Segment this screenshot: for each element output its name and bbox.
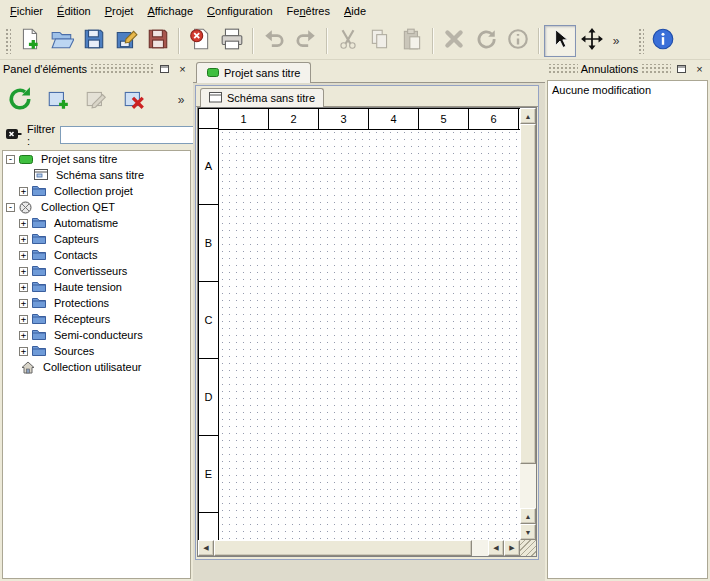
expand-expander-icon[interactable]: +	[19, 331, 28, 340]
column-header: 2	[268, 109, 318, 130]
undo-dock-title: Annulations	[581, 63, 639, 75]
tree-item-automatisme[interactable]: + Automatisme	[3, 215, 190, 231]
redo-button[interactable]	[290, 25, 322, 57]
close-file-icon	[188, 27, 212, 54]
vertical-scroll-track[interactable]	[520, 464, 536, 508]
vertical-scrollbar[interactable]: ▲ ▲ ▼	[520, 108, 536, 540]
expand-expander-icon[interactable]: +	[19, 315, 28, 324]
tree-item-protections[interactable]: + Protections	[3, 295, 190, 311]
delete-button[interactable]	[438, 25, 470, 57]
expand-expander-icon[interactable]: +	[19, 235, 28, 244]
dock-close-button[interactable]: ×	[692, 62, 707, 76]
scroll-right-button[interactable]: ▶	[504, 540, 520, 556]
close-file-button[interactable]	[184, 25, 216, 57]
tree-item-contacts[interactable]: + Contacts	[3, 247, 190, 263]
horizontal-scroll-track[interactable]	[472, 540, 488, 556]
toolbar-grip[interactable]	[638, 28, 644, 54]
rotate-button[interactable]	[470, 25, 502, 57]
expand-expander-icon[interactable]: +	[19, 219, 28, 228]
dock-float-button[interactable]	[157, 62, 172, 76]
project-window: Schéma sans titre 1 2 3 4 5 6	[195, 85, 539, 560]
tree-item-collection-utilisateur[interactable]: Collection utilisateur	[3, 359, 190, 375]
properties-button[interactable]	[502, 25, 534, 57]
menu-fichier[interactable]: Fichier	[3, 2, 50, 20]
undo-button[interactable]	[258, 25, 290, 57]
tree-item-haute-tension[interactable]: + Haute tension	[3, 279, 190, 295]
elements-panel-titlebar[interactable]: Panel d'éléments ×	[0, 60, 193, 78]
mdi-area: Schéma sans titre 1 2 3 4 5 6	[193, 83, 545, 581]
toolbar-grip[interactable]	[5, 28, 11, 54]
select-tool-button[interactable]	[544, 25, 576, 57]
undo-list[interactable]: Aucune modification	[547, 80, 708, 579]
expand-expander-icon[interactable]: +	[19, 267, 28, 276]
scroll-left-button[interactable]: ◀	[488, 540, 504, 556]
menu-label: Fe	[287, 5, 300, 17]
tree-item-collection-projet[interactable]: + Collection projet	[3, 183, 190, 199]
scroll-left-button[interactable]: ◀	[198, 540, 214, 556]
diagram-canvas[interactable]: 1 2 3 4 5 6 A B C D	[198, 108, 520, 540]
delete-element-button[interactable]	[118, 83, 150, 117]
open-file-button[interactable]	[46, 25, 78, 57]
clear-filter-icon[interactable]	[5, 127, 22, 144]
delete-element-icon	[122, 87, 146, 114]
about-button[interactable]	[647, 25, 679, 57]
tree-item-projet-sans-titre[interactable]: - Projet sans titre	[3, 151, 190, 167]
menu-label: dition	[64, 5, 90, 17]
folder-icon	[32, 217, 48, 230]
scroll-up-button[interactable]: ▲	[520, 508, 536, 524]
undo-dock-titlebar[interactable]: Annulations ×	[545, 60, 710, 78]
row-header: A	[199, 128, 219, 205]
horizontal-scrollbar[interactable]: ◀ ◀ ▶	[198, 540, 520, 556]
info-blue-icon	[651, 27, 675, 54]
expand-expander-icon[interactable]: +	[19, 283, 28, 292]
new-element-button[interactable]	[42, 83, 74, 117]
reload-collections-button[interactable]	[4, 83, 36, 117]
tab-projet-sans-titre[interactable]: Projet sans titre	[196, 62, 311, 83]
scroll-down-button[interactable]: ▼	[520, 524, 536, 540]
dock-float-button[interactable]	[674, 62, 689, 76]
menu-fenetres[interactable]: Fenêtres	[280, 2, 337, 20]
tree-item-collection-qet[interactable]: - Collection QET	[3, 199, 190, 215]
column-header: 6	[468, 109, 518, 130]
tree-item-schema-sans-titre[interactable]: Schéma sans titre	[3, 167, 190, 183]
expand-expander-icon[interactable]: +	[19, 187, 28, 196]
scroll-up-button[interactable]: ▲	[520, 108, 536, 124]
tree-item-sources[interactable]: + Sources	[3, 343, 190, 359]
horizontal-scroll-thumb[interactable]	[214, 540, 472, 556]
edit-element-button[interactable]	[80, 83, 112, 117]
expand-expander-icon[interactable]: +	[19, 251, 28, 260]
save-as-button[interactable]	[110, 25, 142, 57]
expand-expander-icon[interactable]: +	[19, 299, 28, 308]
toolbar-overflow-button[interactable]: »	[608, 27, 624, 55]
menu-edition[interactable]: Édition	[50, 2, 98, 20]
new-file-icon	[18, 27, 42, 54]
copy-icon	[368, 27, 392, 54]
paste-button[interactable]	[396, 25, 428, 57]
cut-button[interactable]	[332, 25, 364, 57]
new-file-button[interactable]	[14, 25, 46, 57]
tab-schema-sans-titre[interactable]: Schéma sans titre	[200, 88, 324, 107]
tree-item-semi-conducteurs[interactable]: + Semi-conducteurs	[3, 327, 190, 343]
menu-configuration[interactable]: Configuration	[200, 2, 279, 20]
resize-grip[interactable]	[520, 540, 536, 556]
collapse-expander-icon[interactable]: -	[6, 203, 15, 212]
tree-item-capteurs[interactable]: + Capteurs	[3, 231, 190, 247]
dock-close-button[interactable]: ×	[175, 62, 190, 76]
main-area: Panel d'éléments × » Filtrer : - Projet …	[0, 60, 710, 581]
tab-label: Schéma sans titre	[227, 92, 315, 104]
copy-button[interactable]	[364, 25, 396, 57]
tree-item-convertisseurs[interactable]: + Convertisseurs	[3, 263, 190, 279]
menu-projet[interactable]: Projet	[98, 2, 141, 20]
save-button[interactable]	[78, 25, 110, 57]
tree-item-recepteurs[interactable]: + Récepteurs	[3, 311, 190, 327]
collapse-expander-icon[interactable]: -	[6, 155, 15, 164]
menu-aide[interactable]: Aide	[337, 2, 373, 20]
print-button[interactable]	[216, 25, 248, 57]
filter-input[interactable]	[60, 126, 210, 144]
vertical-scroll-thumb[interactable]	[520, 124, 536, 464]
menu-affichage[interactable]: Affichage	[140, 2, 200, 20]
expand-expander-icon[interactable]: +	[19, 347, 28, 356]
save-all-button[interactable]	[142, 25, 174, 57]
panel-toolbar-overflow-button[interactable]: »	[173, 86, 189, 114]
pan-tool-button[interactable]	[576, 25, 608, 57]
